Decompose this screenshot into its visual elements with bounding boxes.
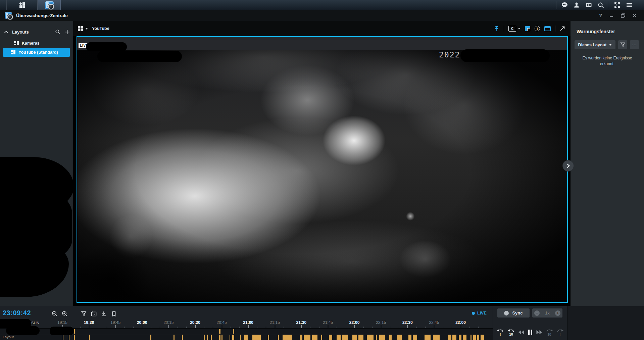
event-marker[interactable] <box>425 335 431 340</box>
event-marker[interactable] <box>448 335 451 340</box>
close-button[interactable] <box>633 13 637 17</box>
event-marker[interactable] <box>452 335 456 340</box>
forward-10-icon[interactable]: 10 <box>546 328 553 336</box>
add-layout-icon[interactable] <box>65 30 70 35</box>
speed-increase-icon[interactable]: + <box>555 310 560 316</box>
event-marker[interactable] <box>433 335 440 340</box>
event-marker[interactable] <box>230 335 230 340</box>
pause-icon[interactable] <box>528 329 533 335</box>
event-marker[interactable] <box>329 335 332 340</box>
alert-panel-toggle-button[interactable] <box>563 160 574 171</box>
event-marker[interactable] <box>312 335 317 340</box>
layout-switcher[interactable]: YouTube <box>78 26 109 31</box>
event-marker[interactable] <box>74 335 75 340</box>
expand-icon[interactable] <box>560 26 565 31</box>
event-marker[interactable] <box>219 329 220 334</box>
live-indicator[interactable]: LIVE <box>472 311 487 315</box>
event-marker[interactable] <box>232 335 234 340</box>
camera-live-view[interactable]: LIVE 2022 <box>77 36 568 303</box>
event-marker[interactable] <box>408 335 411 340</box>
search-icon[interactable] <box>595 0 607 10</box>
event-marker[interactable] <box>207 335 208 340</box>
event-marker[interactable] <box>240 335 241 340</box>
alert-panel-icon[interactable] <box>544 26 551 31</box>
event-marker[interactable] <box>367 335 374 340</box>
fast-forward-icon[interactable] <box>536 330 543 335</box>
event-marker[interactable] <box>63 335 63 340</box>
event-marker[interactable] <box>219 335 220 340</box>
timeline-rows[interactable]: W Layout <box>0 328 493 340</box>
sync-button[interactable]: Sync <box>497 308 530 318</box>
event-marker[interactable] <box>204 335 205 340</box>
event-marker[interactable] <box>211 335 212 340</box>
event-marker[interactable] <box>74 329 75 334</box>
zoom-in-icon[interactable] <box>60 310 70 317</box>
event-marker[interactable] <box>389 335 392 340</box>
redaction-blob <box>86 42 127 51</box>
back-10-icon[interactable]: 10 <box>507 328 515 336</box>
event-marker[interactable] <box>337 335 341 340</box>
event-marker[interactable] <box>89 335 90 340</box>
event-marker[interactable] <box>376 335 377 340</box>
help-button[interactable]: ? <box>599 13 602 18</box>
widgets-icon[interactable] <box>583 0 595 10</box>
event-marker[interactable] <box>477 335 479 340</box>
event-marker[interactable] <box>304 335 310 340</box>
sidebar-item-kameras[interactable]: Kameras <box>0 39 73 48</box>
zoom-out-icon[interactable] <box>50 310 60 317</box>
counter-overlay-button[interactable]: C <box>508 26 521 32</box>
bookmark-icon[interactable] <box>109 310 119 317</box>
alert-more-button[interactable]: ... <box>630 40 639 49</box>
speed-decrease-icon[interactable]: − <box>534 310 540 316</box>
timeline-scale[interactable]: 19:1519:3019:4520:0020:1520:3020:4521:00… <box>50 320 491 328</box>
event-marker[interactable] <box>470 335 472 340</box>
event-marker[interactable] <box>379 335 385 340</box>
event-marker[interactable] <box>150 335 151 340</box>
timeline-row-camera[interactable]: W <box>0 328 493 334</box>
event-marker[interactable] <box>283 335 292 340</box>
event-marker[interactable] <box>244 335 248 340</box>
event-marker[interactable] <box>221 335 222 340</box>
fast-rewind-icon[interactable] <box>518 330 525 335</box>
event-marker[interactable] <box>463 335 466 340</box>
event-marker[interactable] <box>342 335 348 340</box>
calendar-icon[interactable] <box>89 310 99 317</box>
alert-scope-dropdown[interactable]: Dieses Layout <box>575 40 615 49</box>
filter-icon[interactable] <box>79 310 89 317</box>
event-marker[interactable] <box>268 335 269 340</box>
surveillance-station-taskbar-button[interactable] <box>38 0 61 10</box>
event-marker[interactable] <box>278 335 279 340</box>
event-marker[interactable] <box>233 329 234 334</box>
minimize-button[interactable] <box>609 13 613 17</box>
collapse-chevron-icon[interactable] <box>4 31 8 34</box>
alert-filter-button[interactable] <box>618 40 627 49</box>
event-marker[interactable] <box>459 335 461 340</box>
event-marker[interactable] <box>69 335 69 340</box>
user-icon[interactable] <box>571 0 583 10</box>
event-marker[interactable] <box>182 335 183 340</box>
export-icon[interactable] <box>99 310 109 317</box>
menu-icon[interactable] <box>623 0 635 10</box>
event-marker[interactable] <box>321 335 322 340</box>
next-event-icon[interactable]: ! <box>556 328 564 336</box>
event-marker[interactable] <box>397 335 402 340</box>
search-icon[interactable] <box>55 29 60 35</box>
pin-icon[interactable] <box>494 26 499 31</box>
event-marker[interactable] <box>352 335 357 340</box>
event-marker[interactable] <box>413 335 417 340</box>
prev-event-icon[interactable]: ! <box>497 328 504 336</box>
event-marker[interactable] <box>473 335 476 340</box>
chat-icon[interactable] <box>558 0 571 10</box>
sidebar-item-youtube-standard[interactable]: YouTube (Standard) <box>3 48 70 57</box>
timeline-row-layout[interactable]: Layout <box>0 334 493 340</box>
event-marker[interactable] <box>252 335 261 340</box>
event-marker[interactable] <box>358 335 363 340</box>
snapshot-icon[interactable] <box>525 26 530 31</box>
restore-button[interactable] <box>621 13 625 18</box>
event-marker[interactable] <box>174 335 175 340</box>
event-marker[interactable] <box>300 335 302 340</box>
main-menu-button[interactable] <box>7 0 38 10</box>
fullscreen-icon[interactable] <box>611 0 623 10</box>
event-marker[interactable] <box>481 335 484 340</box>
info-icon[interactable]: i <box>535 26 540 31</box>
